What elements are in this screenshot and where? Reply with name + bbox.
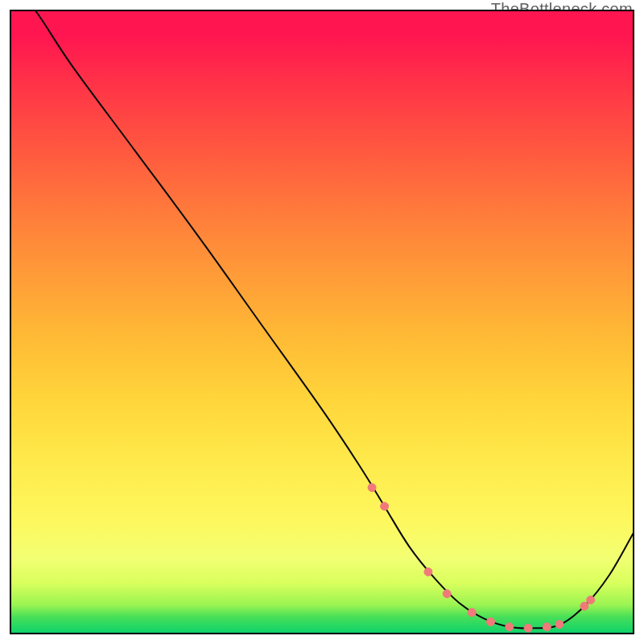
chart-stage: TheBottleneck.com	[0, 0, 644, 644]
chart-plot-area	[10, 10, 634, 634]
